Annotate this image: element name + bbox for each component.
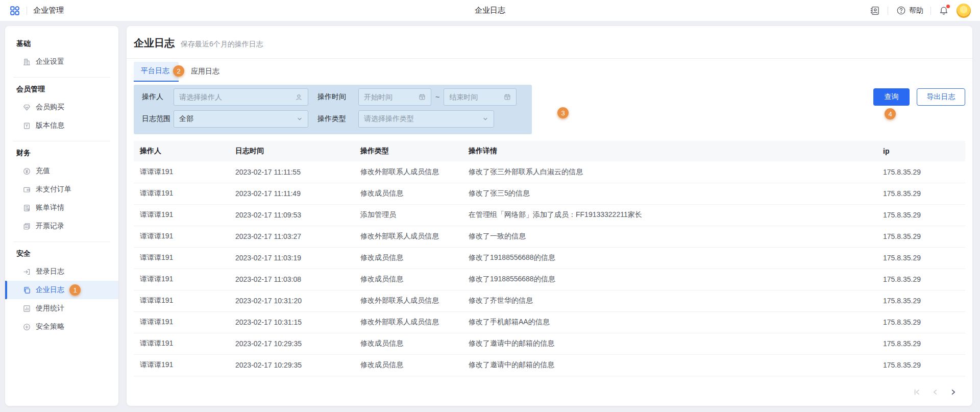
topbar: 企业管理 企业日志 <box>0 0 980 21</box>
help-icon <box>895 5 906 16</box>
sidebar-item-security-policy[interactable]: 安全策略 <box>5 318 118 336</box>
pagination <box>127 379 972 406</box>
end-time-picker[interactable] <box>444 88 517 106</box>
sidebar-item-version-info[interactable]: 版本信息 <box>5 116 118 135</box>
col-ip: ip <box>877 141 965 161</box>
first-page-icon[interactable] <box>912 387 921 397</box>
sidebar-item-unpaid-orders[interactable]: 未支付订单 <box>5 180 118 199</box>
step-badge-1: 1 <box>69 284 81 296</box>
cell-detail: 修改了邀请中的邮箱的信息 <box>462 354 877 376</box>
filter-row-1: 操作人 操作时间 <box>142 88 524 106</box>
topbar-left: 企业管理 <box>9 5 64 16</box>
topbar-right: 帮助 <box>869 4 971 18</box>
sidebar-item-label: 未支付订单 <box>36 185 71 194</box>
table-header-row: 操作人 日志时间 操作类型 操作详情 ip <box>134 141 965 161</box>
cell-ip: 175.8.35.29 <box>877 161 965 183</box>
cell-type: 修改成员信息 <box>354 333 462 354</box>
operation-type-select[interactable]: 请选择操作类型 <box>358 110 494 128</box>
sidebar-item-enterprise-logs[interactable]: 企业日志 1 <box>5 281 118 299</box>
cell-type: 修改成员信息 <box>354 183 462 204</box>
page-head: 企业日志 保存最近6个月的操作日志 <box>127 26 972 59</box>
topbar-divider <box>27 7 27 15</box>
app-grid-icon[interactable] <box>9 5 20 16</box>
cell-operator: 谭谭谭191 <box>134 226 229 247</box>
avatar[interactable] <box>957 4 971 18</box>
cell-time: 2023-02-17 11:11:55 <box>229 161 354 183</box>
operator-select[interactable] <box>174 88 308 106</box>
sidebar-item-label: 登录日志 <box>36 267 64 276</box>
calendar-icon[interactable] <box>504 93 511 101</box>
cell-ip: 175.8.35.29 <box>877 204 965 226</box>
topbar-divider <box>888 7 888 15</box>
cell-time: 2023-02-17 10:29:35 <box>229 333 354 354</box>
sidebar-item-invoice-records[interactable]: 开票记录 <box>5 217 118 235</box>
start-time-picker[interactable] <box>358 88 431 106</box>
step-badge-2: 2 <box>173 65 184 77</box>
table-row: 谭谭谭1912023-02-17 10:29:35修改成员信息修改了邀请中的邮箱… <box>134 354 965 376</box>
sidebar-item-login-logs[interactable]: 登录日志 <box>5 262 118 281</box>
sidebar-item-label: 安全策略 <box>36 322 64 331</box>
content: 基础 企业设置 会员管理 会员购买 <box>0 21 980 412</box>
sidebar: 基础 企业设置 会员管理 会员购买 <box>5 26 118 406</box>
diamond-icon <box>22 103 31 111</box>
table-row: 谭谭谭1912023-02-17 11:03:27修改外部联系人成员信息修改了一… <box>134 226 965 247</box>
statistics-icon <box>22 304 31 312</box>
sidebar-item-bill-details[interactable]: 账单详情 <box>5 199 118 217</box>
cell-detail: 修改了张三外部联系人白淑云的信息 <box>462 161 877 183</box>
calendar-icon[interactable] <box>419 93 426 101</box>
security-policy-icon <box>22 323 31 331</box>
table-row: 谭谭谭1912023-02-17 11:11:49修改成员信息修改了张三5的信息… <box>134 183 965 204</box>
topbar-divider <box>930 7 931 15</box>
time-label: 操作时间 <box>317 92 358 102</box>
cell-type: 修改外部联系人成员信息 <box>354 290 462 311</box>
end-time-input[interactable] <box>449 93 504 101</box>
log-table-wrap: 操作人 日志时间 操作类型 操作详情 ip 谭谭谭1912023-02-17 1… <box>134 141 965 379</box>
sidebar-divider <box>13 77 110 78</box>
contacts-icon[interactable] <box>869 5 880 16</box>
sidebar-item-label: 使用统计 <box>36 304 64 313</box>
table-row: 谭谭谭1912023-02-17 11:09:53添加管理员在管理组「网络部」添… <box>134 204 965 226</box>
cell-ip: 175.8.35.29 <box>877 354 965 376</box>
operator-input[interactable] <box>179 93 295 101</box>
sidebar-item-label: 企业日志 <box>36 285 64 295</box>
cell-type: 修改成员信息 <box>354 247 462 269</box>
cell-ip: 175.8.35.29 <box>877 269 965 290</box>
help-button[interactable]: 帮助 <box>895 5 923 16</box>
sidebar-item-member-purchase[interactable]: 会员购买 <box>5 98 118 116</box>
cell-type: 添加管理员 <box>354 204 462 226</box>
tabbar: 平台日志 2 应用日志 <box>127 59 972 82</box>
cell-time: 2023-02-17 11:03:08 <box>229 269 354 290</box>
log-table: 操作人 日志时间 操作类型 操作详情 ip 谭谭谭1912023-02-17 1… <box>134 141 965 376</box>
bill-icon <box>22 204 31 212</box>
cell-type: 修改外部联系人成员信息 <box>354 311 462 333</box>
cell-time: 2023-02-17 11:09:53 <box>229 204 354 226</box>
sidebar-item-label: 开票记录 <box>36 222 64 231</box>
sidebar-item-enterprise-settings[interactable]: 企业设置 <box>5 53 118 71</box>
cell-detail: 修改了张三5的信息 <box>462 183 877 204</box>
table-row: 谭谭谭1912023-02-17 10:29:35修改成员信息修改了邀请中的邮箱… <box>134 333 965 354</box>
filter-controls: 操作人 操作时间 <box>127 82 972 134</box>
tab-platform-logs[interactable]: 平台日志 2 <box>134 62 179 82</box>
invoice-icon <box>22 222 31 230</box>
query-button[interactable]: 查询 <box>873 88 910 106</box>
start-time-input[interactable] <box>364 93 419 101</box>
sidebar-item-recharge[interactable]: 充值 <box>5 162 118 180</box>
cell-time: 2023-02-17 10:31:15 <box>229 311 354 333</box>
chevron-right-icon[interactable] <box>949 387 958 397</box>
sidebar-item-usage-statistics[interactable]: 使用统计 <box>5 299 118 318</box>
filter-panel: 操作人 操作时间 <box>134 85 532 134</box>
notification-bell-icon[interactable] <box>938 5 949 16</box>
tab-app-logs[interactable]: 应用日志 <box>190 62 220 82</box>
cell-detail: 修改了一致的信息 <box>462 226 877 247</box>
app-title: 企业管理 <box>33 6 64 15</box>
export-logs-button[interactable]: 导出日志 <box>917 88 965 106</box>
chevron-down-icon <box>297 116 303 122</box>
log-scope-select[interactable]: 全部 <box>174 110 308 128</box>
main-panel: 企业日志 保存最近6个月的操作日志 平台日志 2 应用日志 操作人 <box>127 26 972 406</box>
tab-label: 平台日志 <box>141 66 169 76</box>
cell-type: 修改外部联系人成员信息 <box>354 226 462 247</box>
col-operation-type: 操作类型 <box>354 141 462 161</box>
page-subtitle: 保存最近6个月的操作日志 <box>181 40 263 49</box>
chevron-left-icon[interactable] <box>930 387 940 397</box>
type-placeholder: 请选择操作类型 <box>364 114 482 124</box>
